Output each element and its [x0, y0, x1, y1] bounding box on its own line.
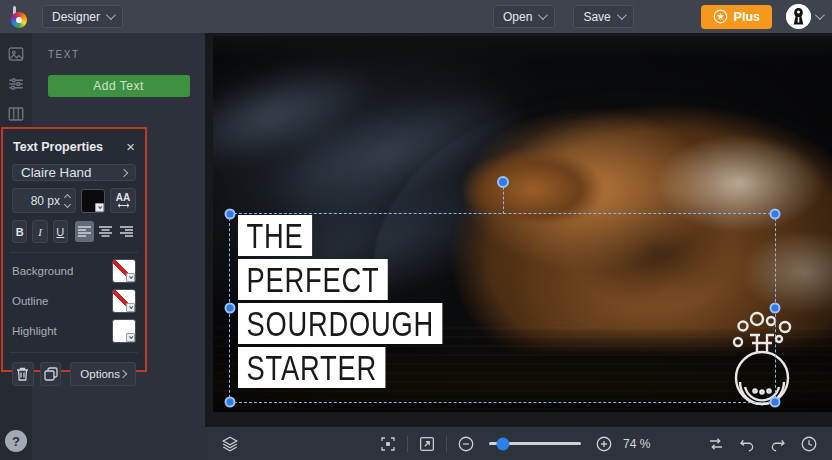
- close-icon[interactable]: ×: [126, 139, 135, 154]
- align-left-button[interactable]: [75, 221, 94, 242]
- swatch-dropdown-icon[interactable]: [95, 203, 104, 212]
- delete-button[interactable]: [12, 362, 34, 386]
- layout-columns-icon[interactable]: [7, 105, 25, 123]
- resize-handle-top-left[interactable]: [225, 209, 236, 220]
- align-center-button[interactable]: [96, 221, 115, 242]
- resize-handle-bottom-left[interactable]: [225, 397, 236, 408]
- swatch-dropdown-icon[interactable]: [126, 333, 135, 342]
- options-button[interactable]: Options: [70, 362, 136, 386]
- duplicate-button[interactable]: [40, 362, 62, 386]
- avatar-illustration-icon: [786, 4, 811, 29]
- chevron-down-icon: [815, 10, 825, 20]
- save-button[interactable]: Save: [573, 5, 633, 28]
- resize-handle-mid-right[interactable]: [770, 303, 781, 314]
- panel-title: TEXT: [48, 49, 205, 60]
- italic-button[interactable]: I: [32, 220, 47, 243]
- background-color-swatch[interactable]: [112, 259, 136, 283]
- highlight-label: Highlight: [12, 325, 57, 337]
- background-label: Background: [12, 265, 73, 277]
- redo-button[interactable]: [769, 435, 787, 453]
- canvas-workspace[interactable]: THE PERFECT SOURDOUGH STARTER: [205, 33, 832, 427]
- history-icon[interactable]: [800, 435, 818, 453]
- props-title: Text Properties: [13, 140, 103, 154]
- chevron-down-icon: [617, 10, 627, 20]
- font-size-value: 80 px: [31, 194, 60, 208]
- zoom-out-button[interactable]: [457, 435, 475, 453]
- chevron-right-icon: [120, 168, 128, 176]
- open-button[interactable]: Open: [493, 5, 555, 28]
- image-tool-icon[interactable]: [7, 45, 25, 63]
- outline-color-swatch[interactable]: [112, 289, 136, 313]
- outline-label: Outline: [12, 295, 48, 307]
- chevron-down-icon: [538, 10, 548, 20]
- zoom-slider-knob[interactable]: [497, 437, 510, 450]
- underline-button[interactable]: U: [53, 220, 68, 243]
- align-right-button[interactable]: [117, 221, 136, 242]
- align-left-icon: [78, 226, 91, 237]
- befunky-logo-icon[interactable]: [10, 5, 32, 29]
- rotate-handle[interactable]: [497, 176, 509, 188]
- layers-icon[interactable]: [221, 435, 239, 453]
- resize-handle-top-right[interactable]: [770, 209, 781, 220]
- size-stepper[interactable]: [65, 195, 70, 207]
- resize-handle-mid-left[interactable]: [225, 303, 236, 314]
- designer-menu-label: Designer: [52, 10, 100, 24]
- align-center-icon: [99, 226, 112, 237]
- designer-app: Designer Open Save Plus: [0, 0, 832, 460]
- swatch-dropdown-icon[interactable]: [126, 303, 135, 312]
- zoom-slider[interactable]: [489, 442, 581, 445]
- undo-button[interactable]: [738, 435, 756, 453]
- text-properties-panel: Text Properties × Claire Hand 80 px AA B: [1, 127, 147, 372]
- letter-spacing-button[interactable]: AA: [110, 188, 136, 213]
- star-badge-icon: [713, 9, 728, 24]
- bottom-toolbar: 74 %: [205, 427, 832, 460]
- zoom-percent: 74 %: [623, 437, 650, 451]
- align-right-icon: [120, 226, 133, 237]
- add-text-button[interactable]: Add Text: [48, 75, 190, 97]
- resize-canvas-icon[interactable]: [418, 435, 436, 453]
- fit-to-screen-icon[interactable]: [379, 435, 397, 453]
- font-size-input[interactable]: 80 px: [12, 188, 76, 213]
- chevron-right-icon: [119, 370, 127, 378]
- font-color-swatch[interactable]: [81, 189, 105, 213]
- font-family-selector[interactable]: Claire Hand: [12, 164, 136, 181]
- bold-button[interactable]: B: [12, 220, 27, 243]
- designer-menu-button[interactable]: Designer: [42, 5, 123, 28]
- swatch-dropdown-icon[interactable]: [126, 273, 135, 282]
- font-name: Claire Hand: [21, 165, 91, 180]
- selection-box[interactable]: [229, 213, 776, 403]
- copy-icon: [44, 367, 58, 381]
- highlight-color-swatch[interactable]: [112, 319, 136, 343]
- chevron-down-icon: [106, 10, 116, 20]
- resize-handle-bottom-right[interactable]: [770, 397, 781, 408]
- double-arrow-icon: [117, 203, 130, 208]
- top-bar: Designer Open Save Plus: [0, 0, 832, 33]
- plus-upgrade-button[interactable]: Plus: [701, 5, 772, 29]
- avatar: [786, 4, 811, 29]
- adjust-sliders-icon[interactable]: [7, 75, 25, 93]
- trash-icon: [16, 367, 29, 381]
- help-button[interactable]: ?: [5, 430, 27, 452]
- compare-toggle-icon[interactable]: [707, 435, 725, 453]
- account-menu[interactable]: [786, 4, 822, 29]
- zoom-in-button[interactable]: [595, 435, 613, 453]
